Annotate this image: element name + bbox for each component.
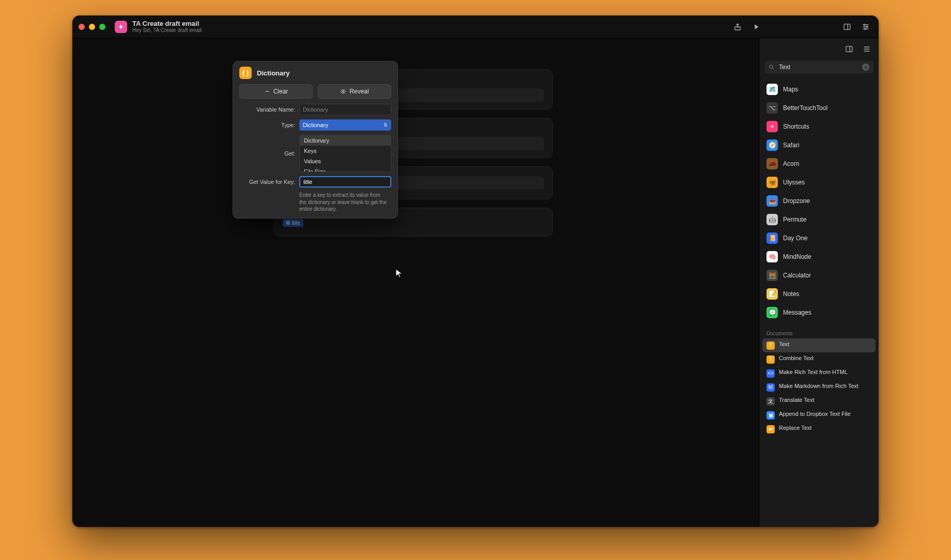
clear-search-button[interactable]: ✕	[862, 64, 869, 71]
action-row[interactable]: MMake Markdown from Rich Text	[762, 380, 876, 394]
app-row[interactable]: 🗺️Maps	[762, 81, 876, 98]
svg-rect-1	[844, 24, 850, 29]
app-row[interactable]: 🌰Acorn	[762, 155, 876, 173]
app-row[interactable]: 📔Day One	[762, 229, 876, 247]
action-row[interactable]: 文Translate Text	[762, 394, 876, 408]
action-icon: ⇄	[766, 425, 775, 433]
zoom-window-button[interactable]	[99, 24, 105, 30]
reveal-label: Reveal	[349, 88, 369, 95]
type-value: Dictionary	[303, 122, 328, 128]
action-label: Text	[779, 341, 789, 348]
svg-rect-6	[846, 46, 852, 52]
section-header: Documents	[759, 326, 879, 338]
titlebar: ✦ TA Create draft email Hey Siri, TA Cre…	[72, 15, 879, 38]
app-row[interactable]: 🦋Ulysses	[762, 174, 876, 191]
get-option[interactable]: File Size	[300, 166, 391, 172]
get-listbox[interactable]: DictionaryKeysValuesFile Size	[299, 135, 391, 172]
chip-label: title	[292, 220, 300, 226]
variable-icon	[286, 221, 290, 225]
action-icon: 文	[766, 397, 775, 406]
app-label: Maps	[783, 86, 798, 93]
app-label: Acorn	[783, 160, 799, 167]
settings-button[interactable]	[859, 20, 872, 34]
app-label: Day One	[783, 235, 807, 242]
app-row[interactable]: 💬Messages	[762, 304, 876, 321]
reveal-button[interactable]: Reveal	[318, 84, 391, 99]
get-option[interactable]: Dictionary	[300, 135, 391, 146]
run-button[interactable]	[749, 20, 763, 34]
app-icon: 🧭	[766, 139, 778, 151]
clear-button[interactable]: Clear	[239, 84, 313, 99]
action-icon: T	[766, 341, 775, 350]
help-text: Enter a key to extract its value from th…	[299, 192, 391, 213]
action-label: Make Rich Text from HTML	[779, 369, 848, 376]
app-row[interactable]: 🧮Calculator	[762, 267, 876, 284]
clear-label: Clear	[273, 88, 288, 95]
app-row[interactable]: 🧭Safari	[762, 136, 876, 154]
dictionary-icon: { }	[239, 67, 252, 79]
close-window-button[interactable]	[79, 24, 85, 30]
action-row[interactable]: TCombine Text	[762, 352, 876, 366]
app-row[interactable]: 🧠MindNode	[762, 248, 876, 266]
share-button[interactable]	[731, 20, 744, 34]
key-input[interactable]: title	[299, 176, 391, 188]
action-label: Combine Text	[779, 355, 814, 362]
window-controls	[79, 24, 105, 30]
search-input[interactable]	[778, 63, 859, 71]
svg-point-4	[864, 28, 866, 29]
action-label: Append to Dropbox Text File	[779, 411, 851, 418]
app-icon: 🦋	[766, 177, 778, 188]
type-select[interactable]: Dictionary ⇅	[299, 119, 391, 131]
shortcut-color-icon: ✦	[115, 21, 127, 33]
svg-point-7	[770, 65, 773, 68]
app-label: BetterTouchTool	[783, 104, 827, 112]
clear-icon	[264, 88, 270, 95]
action-row[interactable]: <>Make Rich Text from HTML	[762, 366, 876, 380]
toggle-library-button[interactable]	[840, 20, 854, 34]
app-row[interactable]: 📝Notes	[762, 285, 876, 303]
app-label: Safari	[783, 142, 799, 149]
get-option[interactable]: Values	[300, 156, 391, 166]
app-icon: 📔	[766, 232, 778, 244]
action-row[interactable]: ▣Append to Dropbox Text File	[762, 408, 876, 422]
app-icon: 🗺️	[766, 84, 778, 95]
action-icon: <>	[766, 369, 775, 378]
variable-name-input[interactable]: Dictionary	[299, 104, 391, 115]
shortcuts-editor-window: ✦ TA Create draft email Hey Siri, TA Cre…	[72, 15, 879, 527]
action-icon: M	[766, 383, 775, 392]
app-icon: 💬	[766, 307, 778, 318]
eye-icon	[340, 88, 346, 95]
app-label: Ulysses	[783, 179, 805, 186]
app-list: 🗺️Maps⌥BetterTouchTool✦Shortcuts🧭Safari🌰…	[759, 79, 879, 326]
library-view-button[interactable]	[842, 42, 856, 56]
get-option[interactable]: Keys	[300, 146, 391, 156]
library-settings-button[interactable]	[860, 42, 873, 56]
app-icon: ✦	[766, 121, 778, 132]
magic-variable-chip[interactable]: title	[283, 219, 303, 227]
app-label: Shortcuts	[783, 123, 809, 130]
svg-point-5	[343, 91, 344, 92]
get-label: Get:	[284, 150, 295, 157]
app-row[interactable]: ✦Shortcuts	[762, 118, 876, 135]
app-icon: 📝	[766, 288, 778, 300]
minimize-window-button[interactable]	[89, 24, 95, 30]
app-label: Dropzone	[783, 197, 810, 205]
app-row[interactable]: 📥Dropzone	[762, 192, 876, 210]
variable-name-label: Variable Name:	[256, 106, 295, 113]
type-label: Type:	[281, 122, 295, 128]
action-label: Make Markdown from Rich Text	[779, 383, 858, 390]
app-label: Calculator	[783, 272, 811, 279]
app-icon: 🌰	[766, 158, 778, 169]
action-row[interactable]: ⇄Replace Text	[762, 422, 876, 436]
app-row[interactable]: 🤖Permute	[762, 211, 876, 228]
app-row[interactable]: ⌥BetterTouchTool	[762, 99, 876, 117]
window-subtitle: Hey Siri, TA Create draft email	[132, 27, 202, 33]
library-search[interactable]: ✕	[764, 61, 873, 73]
action-row[interactable]: TText	[762, 338, 876, 352]
app-icon: 📥	[766, 195, 778, 207]
app-label: Notes	[783, 290, 799, 298]
workflow-canvas[interactable]: ure nput title	[72, 38, 759, 527]
action-label: Replace Text	[779, 425, 811, 432]
popover-title: Dictionary	[257, 69, 290, 77]
app-label: Messages	[783, 309, 811, 316]
